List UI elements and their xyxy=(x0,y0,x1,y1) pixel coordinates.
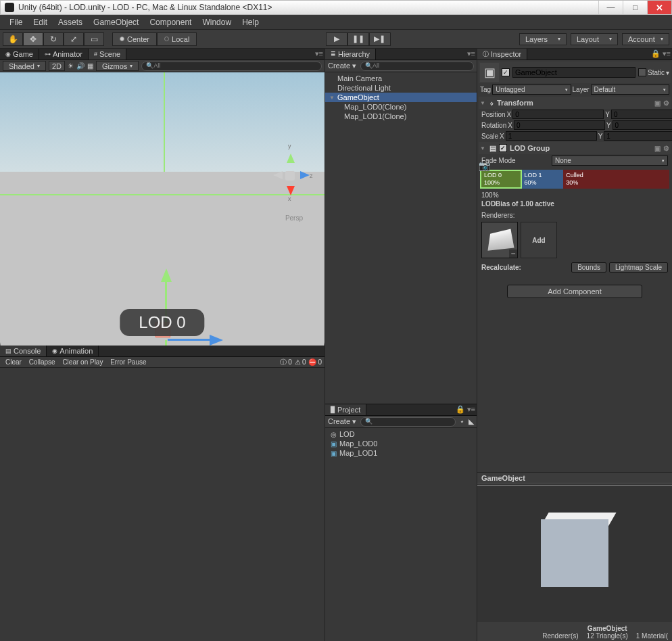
filter-icon[interactable]: ⋆ xyxy=(460,417,464,426)
gameobject-name-input[interactable] xyxy=(512,67,635,78)
play-button[interactable]: ▶ xyxy=(326,32,347,46)
gear-icon[interactable]: ⚙ xyxy=(663,145,669,152)
move-tool-button[interactable]: ✥ xyxy=(23,32,43,46)
tab-inspector[interactable]: ⓘInspector xyxy=(477,49,527,60)
toolbar: ✋ ✥ ↻ ⤢ ▭ Center Local ▶ ❚❚ ▶❚ Layers La… xyxy=(0,30,672,49)
orientation-gizmo[interactable]: y z x xyxy=(270,153,311,194)
project-item[interactable]: ▣Map_LOD1 xyxy=(327,448,475,458)
tab-game[interactable]: ◉Game xyxy=(0,49,39,60)
lodgroup-component-header[interactable]: ▼▤✓LOD Group ▣⚙ xyxy=(479,142,671,154)
pause-button[interactable]: ❚❚ xyxy=(347,32,369,46)
scale-x-input[interactable] xyxy=(506,131,597,141)
console-collapse-button[interactable]: Collapse xyxy=(26,358,58,366)
lodgroup-enabled-checkbox[interactable]: ✓ xyxy=(499,144,507,152)
scene-search-input[interactable]: 🔍All xyxy=(141,62,322,71)
tab-hierarchy[interactable]: ≣Hierarchy xyxy=(325,49,376,60)
help-icon[interactable]: ▣ xyxy=(654,99,661,107)
hierarchy-item[interactable]: Map_LOD0(Clone) xyxy=(325,102,477,112)
console-clearonplay-button[interactable]: Clear on Play xyxy=(59,358,105,366)
transform-component-header[interactable]: ▼⬨Transform ▣⚙ xyxy=(479,97,671,109)
tab-project[interactable]: ▉Project xyxy=(325,404,366,415)
hierarchy-item-selected[interactable]: ▼GameObject xyxy=(325,93,477,102)
project-search-input[interactable]: 🔍 xyxy=(360,417,456,427)
hierarchy-item[interactable]: Directional Light xyxy=(325,83,477,93)
add-component-button[interactable]: Add Component xyxy=(507,285,642,298)
lod1-segment[interactable]: LOD 160% xyxy=(522,170,564,189)
hierarchy-item[interactable]: Main Camera xyxy=(325,74,477,83)
light-toggle-icon[interactable]: ☀ xyxy=(68,62,74,70)
console-clear-button[interactable]: Clear xyxy=(3,358,24,366)
account-dropdown[interactable]: Account xyxy=(622,33,669,45)
renderer-thumbnail[interactable] xyxy=(481,222,518,258)
window-minimize-button[interactable]: — xyxy=(598,1,623,14)
tag-dropdown[interactable]: Untagged xyxy=(492,85,571,95)
pivot-local-toggle[interactable]: Local xyxy=(157,32,197,46)
layers-dropdown[interactable]: Layers xyxy=(519,33,567,45)
menu-edit[interactable]: Edit xyxy=(28,18,53,27)
audio-toggle-icon[interactable]: 🔊 xyxy=(76,62,85,70)
layout-dropdown[interactable]: Layout xyxy=(571,33,618,45)
hierarchy-search-input[interactable]: 🔍All xyxy=(360,62,474,71)
static-checkbox[interactable] xyxy=(638,68,646,76)
console-info-count[interactable]: ⓘ0 xyxy=(280,358,292,367)
hand-tool-button[interactable]: ✋ xyxy=(3,32,23,46)
rotation-x-input[interactable] xyxy=(514,120,605,130)
renderer-add-button[interactable]: Add xyxy=(521,222,557,258)
shading-mode-dropdown[interactable]: Shaded xyxy=(3,61,46,71)
fade-mode-dropdown[interactable]: None xyxy=(552,156,668,166)
console-warn-count[interactable]: ⚠0 xyxy=(295,358,306,366)
perspective-label[interactable]: Persp xyxy=(285,214,303,222)
lod-camera-icon[interactable]: 📷 xyxy=(479,160,490,171)
gizmos-dropdown[interactable]: Gizmos xyxy=(96,61,139,71)
rotate-tool-button[interactable]: ↻ xyxy=(43,32,64,46)
gear-icon[interactable]: ⚙ xyxy=(663,99,669,107)
lod-culled-segment[interactable]: Culled30% xyxy=(563,170,669,189)
window-maximize-button[interactable]: □ xyxy=(623,1,647,14)
project-item[interactable]: ◎LOD xyxy=(327,429,475,439)
menu-gameobject[interactable]: GameObject xyxy=(88,18,144,27)
position-x-input[interactable] xyxy=(512,110,604,119)
layer-dropdown[interactable]: Default xyxy=(591,85,669,95)
step-button[interactable]: ▶❚ xyxy=(369,32,391,46)
menu-component[interactable]: Component xyxy=(144,18,197,27)
position-y-input[interactable] xyxy=(611,110,672,119)
lod-bar[interactable]: 📷 LOD 0100% LOD 160% Culled30% xyxy=(480,170,669,189)
preview-title[interactable]: GameObject xyxy=(477,473,672,483)
menu-window[interactable]: Window xyxy=(197,18,237,27)
hierarchy-item[interactable]: Map_LOD1(Clone) xyxy=(325,112,477,121)
recalculate-lightmap-button[interactable]: Lightmap Scale xyxy=(609,262,668,272)
panel-context-icon[interactable]: ▾≡ xyxy=(315,49,323,58)
lod0-segment[interactable]: LOD 0100% xyxy=(480,170,522,189)
panel-context-icon[interactable]: 🔒 ▾≡ xyxy=(456,405,475,414)
fx-toggle-icon[interactable]: ▦ xyxy=(87,62,93,70)
menu-help[interactable]: Help xyxy=(237,18,264,27)
hierarchy-create-button[interactable]: Create ▾ xyxy=(328,62,356,70)
console-error-count[interactable]: ⛔0 xyxy=(308,358,322,366)
tab-animator[interactable]: ⊶Animator xyxy=(39,49,89,60)
preview-viewport[interactable] xyxy=(477,483,672,622)
project-create-button[interactable]: Create ▾ xyxy=(328,417,356,426)
tab-scene[interactable]: #Scene xyxy=(89,49,126,60)
mode-2d-toggle[interactable]: 2D xyxy=(49,61,65,71)
console-errorpause-button[interactable]: Error Pause xyxy=(107,358,149,366)
panel-context-icon[interactable]: ▾≡ xyxy=(467,49,475,58)
label-icon[interactable]: ◣ xyxy=(469,417,474,426)
scale-y-input[interactable] xyxy=(604,131,672,141)
menu-assets[interactable]: Assets xyxy=(53,18,88,27)
scale-tool-button[interactable]: ⤢ xyxy=(64,32,84,46)
window-close-button[interactable]: ✕ xyxy=(647,1,671,14)
recalculate-bounds-button[interactable]: Bounds xyxy=(571,262,606,272)
tab-animation[interactable]: ◉Animation xyxy=(47,346,99,356)
pivot-center-toggle[interactable]: Center xyxy=(112,32,157,46)
rotation-y-input[interactable] xyxy=(613,120,672,130)
tab-console[interactable]: ▤Console xyxy=(0,346,47,356)
panel-context-icon[interactable]: 🔒 ▾≡ xyxy=(651,49,671,58)
scene-view[interactable]: y z x Persp LOD 0 xyxy=(0,72,325,346)
help-icon[interactable]: ▣ xyxy=(654,145,661,152)
lod-percent-label: 100% xyxy=(479,191,671,199)
menu-file[interactable]: File xyxy=(4,18,28,27)
rect-tool-button[interactable]: ▭ xyxy=(84,32,104,46)
gameobject-icon[interactable]: ▣ xyxy=(480,63,499,82)
gameobject-enabled-checkbox[interactable]: ✓ xyxy=(502,68,510,76)
project-item[interactable]: ▣Map_LOD0 xyxy=(327,439,475,448)
